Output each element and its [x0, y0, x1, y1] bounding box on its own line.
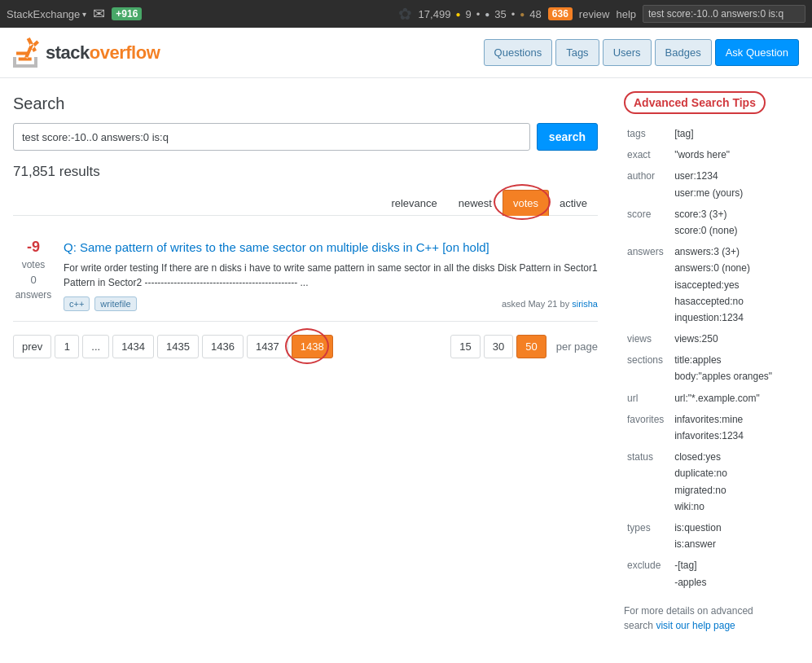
tags-nav-btn[interactable]: Tags [555, 39, 599, 66]
chevron-down-icon: ▾ [82, 10, 86, 19]
adv-label-views: views [624, 329, 671, 350]
per-page-15[interactable]: 15 [450, 335, 480, 358]
adv-row-types: types is:questionis:answer [624, 518, 777, 555]
adv-row-exclude: exclude -[tag]-apples [624, 555, 777, 593]
page-btn-1438-current[interactable]: 1438 [292, 335, 333, 358]
adv-row-views: views views:250 [624, 329, 777, 350]
question-meta: c++ writefile asked May 21 by sirisha [64, 296, 598, 311]
question-body: Q: Same pattern of writes to the same se… [64, 239, 598, 311]
logo-overflow: overflow [90, 42, 160, 63]
adv-value-status: closed:yes duplicate:no migrated:no wiki… [671, 447, 777, 518]
votes-label: votes [22, 259, 46, 270]
user-stats: 17,499 ● 9 • ● 35 • ● 48 [419, 8, 542, 20]
sidebar: Advanced Search Tips tags [tag] exact "w… [611, 78, 790, 646]
bronze-count: 48 [529, 8, 541, 20]
adv-row-tags: tags [tag] [624, 124, 777, 145]
sort-tab-active[interactable]: active [549, 190, 598, 216]
adv-value-url: url:"*.example.com" [671, 389, 777, 410]
page-btn-1437[interactable]: 1437 [247, 335, 288, 358]
adv-label-exact: exact [624, 145, 671, 166]
adv-label-types: types [624, 518, 671, 555]
question-item: -9 votes 0 answers Q: Same pattern of wr… [13, 229, 598, 322]
question-title[interactable]: Q: Same pattern of writes to the same se… [64, 239, 598, 256]
bronze-dot: ● [520, 10, 525, 19]
adv-value-exact: "words here" [671, 145, 777, 166]
separator-dot-2: • [511, 8, 516, 20]
achievements-icon[interactable]: ✿ [398, 4, 412, 24]
adv-search-title[interactable]: Advanced Search Tips [624, 91, 766, 114]
adv-label-exclude: exclude [624, 555, 671, 593]
sort-tab-votes[interactable]: votes [503, 190, 549, 216]
help-link[interactable]: help [616, 8, 636, 20]
reputation-badge: +916 [112, 7, 142, 20]
author-link[interactable]: sirisha [572, 299, 598, 309]
answers-count: 0 [30, 274, 36, 286]
site-header: stackoverflow Questions Tags Users Badge… [0, 28, 812, 78]
questions-nav-btn[interactable]: Questions [484, 39, 553, 66]
adv-value-favorites: infavorites:mineinfavorites:1234 [671, 410, 777, 447]
answers-label: answers [15, 289, 52, 301]
search-title: Search [13, 94, 598, 113]
per-page-50[interactable]: 50 [516, 335, 546, 358]
so-logo-icon [13, 37, 39, 68]
adv-value-exclude: -[tag]-apples [671, 555, 777, 593]
adv-value-views: views:250 [671, 329, 777, 350]
per-page-label: per page [556, 340, 598, 353]
help-text: For more details on advanced search visi… [624, 604, 777, 633]
topbar-search-wrap [643, 5, 805, 23]
adv-row-answers: answers answers:3 (3+) answers:0 (none) … [624, 242, 777, 329]
adv-search-table: tags [tag] exact "words here" author use… [624, 124, 777, 594]
reputation-score: 17,499 [419, 8, 451, 20]
badges-nav-btn[interactable]: Badges [655, 39, 712, 66]
page-btn-1[interactable]: 1 [55, 335, 79, 358]
adv-value-answers: answers:3 (3+) answers:0 (none) isaccept… [671, 242, 777, 329]
topbar-search-input[interactable] [643, 5, 805, 23]
search-button[interactable]: search [537, 123, 598, 151]
prev-page-btn[interactable]: prev [13, 335, 51, 358]
adv-value-author: user:1234user:me (yours) [671, 166, 777, 204]
page-btn-1434[interactable]: 1434 [112, 335, 154, 358]
adv-row-score: score score:3 (3+)score:0 (none) [624, 204, 777, 242]
results-count: 71,851 results [13, 164, 598, 180]
page-btn-1436[interactable]: 1436 [202, 335, 244, 358]
stackexchange-label: StackExchange [7, 8, 80, 20]
users-nav-btn[interactable]: Users [603, 39, 652, 66]
adv-row-status: status closed:yes duplicate:no migrated:… [624, 447, 777, 518]
page-btn-1435[interactable]: 1435 [157, 335, 199, 358]
separator-dot-1: • [476, 8, 481, 20]
review-badge: 636 [548, 7, 573, 20]
tag-writefile[interactable]: writefile [94, 296, 136, 311]
adv-label-answers: answers [624, 242, 671, 329]
sort-tab-newest[interactable]: newest [448, 190, 503, 216]
adv-label-status: status [624, 447, 671, 518]
sort-tab-relevance[interactable]: relevance [380, 190, 447, 216]
help-page-link[interactable]: visit our help page [656, 620, 735, 631]
adv-row-url: url url:"*.example.com" [624, 389, 777, 410]
topbar-brand[interactable]: StackExchange ▾ [7, 8, 86, 20]
tag-cpp[interactable]: c++ [64, 296, 90, 311]
main-container: Search search 71,851 results relevance n… [0, 78, 812, 646]
adv-value-score: score:3 (3+)score:0 (none) [671, 204, 777, 242]
content-area: Search search 71,851 results relevance n… [0, 78, 611, 646]
asked-info: asked May 21 by sirisha [502, 299, 598, 309]
adv-row-author: author user:1234user:me (yours) [624, 166, 777, 204]
sort-row: relevance newest votes active [13, 190, 598, 216]
question-excerpt: For write order testing If there are n d… [64, 261, 598, 290]
site-logo-text: stackoverflow [46, 42, 160, 64]
search-input[interactable] [13, 123, 530, 151]
adv-label-url: url [624, 389, 671, 410]
review-link[interactable]: review [579, 8, 610, 20]
inbox-icon[interactable]: ✉ [93, 5, 105, 23]
ask-question-btn[interactable]: Ask Question [715, 39, 799, 66]
topbar: StackExchange ▾ ✉ +916 ✿ 17,499 ● 9 • ● … [0, 0, 812, 28]
site-logo[interactable]: stackoverflow [13, 37, 160, 68]
header-nav: Questions Tags Users Badges Ask Question [484, 39, 799, 66]
adv-row-sections: sections title:applesbody:"apples orange… [624, 350, 777, 388]
per-page-30[interactable]: 30 [484, 335, 513, 358]
adv-label-score: score [624, 204, 671, 242]
votes-circle-annotation [494, 184, 551, 220]
page-ellipsis: ... [82, 335, 109, 358]
adv-label-sections: sections [624, 350, 671, 388]
gold-dot: ● [455, 10, 460, 19]
adv-value-sections: title:applesbody:"apples oranges" [671, 350, 777, 388]
